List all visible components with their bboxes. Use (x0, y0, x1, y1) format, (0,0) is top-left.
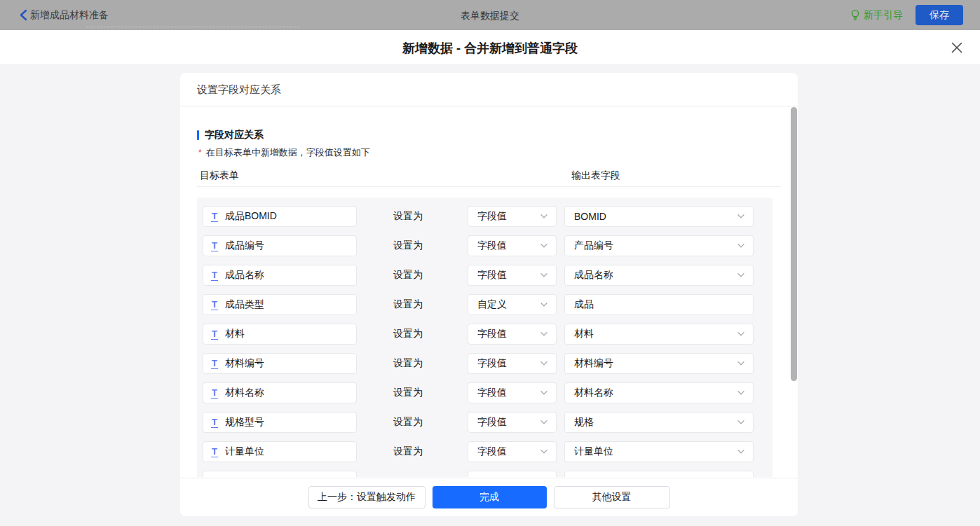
chevron-down-icon (737, 420, 744, 424)
target-field-name: 成品编号 (225, 240, 264, 252)
target-field-name: 规格型号 (225, 416, 264, 429)
field-mapping-row: T 成品名称 设置为 字段值 成品名称 (203, 265, 773, 286)
field-mapping-row: T 计量单位 设置为 字段值 计量单位 (203, 441, 773, 462)
chevron-down-icon (737, 214, 744, 219)
target-field-name: 材料编号 (225, 357, 264, 370)
output-field-value: 成品名称 (574, 269, 613, 282)
target-field-name: 成品类型 (225, 298, 264, 311)
set-as-label: 设置为 (393, 357, 423, 370)
output-field-select[interactable]: 成品 (564, 294, 754, 315)
output-field-select[interactable]: BOMID (564, 206, 754, 227)
chevron-down-icon (540, 244, 547, 248)
text-field-icon: T (211, 359, 218, 369)
target-field-name: 计量单位 (225, 445, 264, 458)
field-mapping-row: T 材料编号 设置为 字段值 材料编号 (203, 353, 773, 374)
target-field-input[interactable]: T 材料编号 (203, 353, 357, 374)
chevron-down-icon (540, 303, 547, 307)
value-mode-select[interactable]: 自定义 (468, 294, 557, 315)
output-field-select[interactable]: 产品编号 (564, 235, 754, 256)
chevron-down-icon (540, 332, 547, 336)
set-as-label: 设置为 (393, 240, 423, 252)
value-mode-value: 字段值 (477, 357, 507, 370)
field-mapping-card: 设置字段对应关系 字段对应关系 * 在目标表单中新增数据，字段值设置如下 目标表… (180, 73, 798, 516)
value-mode-select[interactable] (468, 471, 557, 477)
value-mode-value: 字段值 (477, 387, 507, 399)
topbar-actions: 新手引导 保存 (850, 0, 963, 30)
target-field-input[interactable]: T 成品BOMID (203, 206, 357, 227)
modal-title: 新增数据 - 合并新增到普通字段 (0, 40, 980, 57)
value-mode-select[interactable]: 字段值 (468, 441, 557, 462)
output-field-select[interactable]: 材料编号 (564, 353, 754, 374)
topbar-center-title: 表单数据提交 (0, 10, 980, 22)
field-mapping-row: T 成品编号 设置为 字段值 产品编号 (203, 235, 773, 256)
save-button[interactable]: 保存 (916, 5, 963, 25)
chevron-down-icon (540, 214, 547, 219)
text-field-icon: T (211, 270, 218, 281)
output-field-select[interactable]: 计量单位 (564, 441, 754, 462)
target-field-input[interactable]: T 计量单位 (203, 441, 357, 462)
set-as-label: 设置为 (393, 210, 423, 223)
target-field-input[interactable] (203, 471, 357, 477)
target-field-input[interactable]: T 材料 (203, 324, 357, 345)
previous-step-button[interactable]: 上一步：设置触发动作 (308, 486, 426, 508)
beginner-guide-link[interactable]: 新手引导 (850, 9, 903, 22)
value-mode-select[interactable]: 字段值 (468, 412, 557, 433)
card-footer: 上一步：设置触发动作 完成 其他设置 (180, 478, 798, 516)
target-field-input[interactable]: T 规格型号 (203, 412, 357, 433)
field-mapping-list: T 成品BOMID 设置为 字段值 BOMID T 成品编号 设置为 字段值 (197, 198, 773, 477)
app-topbar: 新增成品材料准备 表单数据提交 新手引导 保存 (0, 0, 980, 30)
chevron-down-icon (540, 361, 547, 366)
value-mode-select[interactable]: 字段值 (468, 324, 557, 345)
field-mapping-row: T 成品BOMID 设置为 字段值 BOMID (203, 206, 773, 227)
target-field-input[interactable]: T 成品编号 (203, 235, 357, 256)
section-title: 字段对应关系 (197, 130, 781, 141)
output-field-select[interactable]: 材料 (564, 324, 754, 345)
text-field-icon: T (211, 388, 218, 399)
value-mode-value: 字段值 (477, 269, 507, 282)
value-mode-value: 字段值 (477, 240, 507, 252)
output-field-select[interactable]: 材料名称 (564, 382, 754, 403)
header-divider (197, 186, 781, 187)
target-field-input[interactable]: T 成品名称 (203, 265, 357, 286)
value-mode-select[interactable]: 字段值 (468, 353, 557, 374)
output-field-select[interactable]: 成品名称 (564, 265, 754, 286)
beginner-guide-label: 新手引导 (864, 9, 903, 22)
target-field-input[interactable]: T 成品类型 (203, 294, 357, 315)
value-mode-select[interactable]: 字段值 (468, 382, 557, 403)
value-mode-value: 字段值 (477, 445, 507, 458)
output-field-select[interactable]: 规格 (564, 412, 754, 433)
set-as-label: 设置为 (393, 387, 423, 399)
close-icon[interactable] (951, 41, 963, 54)
value-mode-value: 自定义 (477, 298, 507, 311)
output-field-value: 成品 (574, 298, 594, 311)
set-as-label: 设置为 (393, 269, 423, 282)
field-mapping-row: T 材料名称 设置为 字段值 材料名称 (203, 382, 773, 403)
required-note: * 在目标表单中新增数据，字段值设置如下 (197, 148, 781, 158)
value-mode-value: 字段值 (477, 328, 507, 340)
chevron-down-icon (737, 244, 744, 248)
output-field-value: BOMID (574, 211, 606, 222)
text-field-icon: T (211, 300, 218, 310)
set-as-label: 设置为 (393, 445, 423, 458)
field-mapping-row: T 成品类型 设置为 自定义 成品 (203, 294, 773, 315)
value-mode-select[interactable]: 字段值 (468, 206, 557, 227)
output-field-select[interactable] (564, 471, 754, 477)
value-mode-value: 字段值 (477, 210, 507, 223)
section-title-text: 字段对应关系 (205, 129, 264, 141)
value-mode-select[interactable]: 字段值 (468, 235, 557, 256)
vertical-scrollbar-thumb[interactable] (791, 107, 797, 381)
output-field-value: 材料名称 (574, 387, 613, 399)
target-field-name: 材料名称 (225, 387, 264, 399)
target-field-input[interactable]: T 材料名称 (203, 382, 357, 403)
target-field-name: 材料 (225, 328, 245, 340)
column-headers: 目标表单 输出表字段 (197, 169, 781, 179)
output-field-value: 材料 (574, 328, 594, 340)
target-field-name: 成品名称 (225, 269, 264, 282)
text-field-icon: T (211, 241, 218, 251)
text-field-icon: T (211, 212, 218, 222)
value-mode-select[interactable]: 字段值 (468, 265, 557, 286)
other-settings-button[interactable]: 其他设置 (554, 486, 670, 508)
chevron-down-icon (540, 391, 547, 395)
text-field-icon: T (211, 447, 218, 457)
done-button[interactable]: 完成 (433, 486, 547, 508)
